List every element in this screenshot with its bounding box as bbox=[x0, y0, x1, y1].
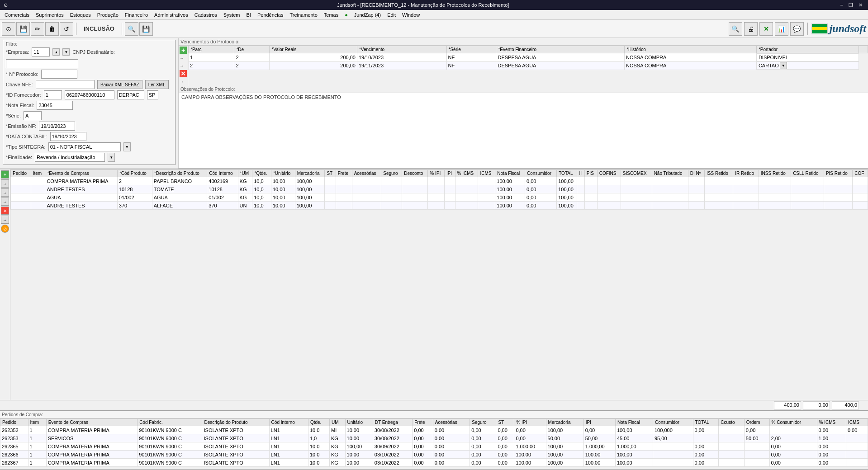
items-col-header: *Descrição do Produto bbox=[152, 170, 207, 177]
baixar-xml-btn[interactable]: Baixar XML SEFAZ bbox=[97, 80, 142, 89]
new-btn[interactable]: ⊙ bbox=[2, 22, 15, 36]
menu-suprimentos[interactable]: Suprimentos bbox=[33, 11, 66, 19]
pedidos-row[interactable]: 2623651COMPRA MATERIA PRIMA90101KWN 9000… bbox=[0, 442, 868, 451]
menu-window[interactable]: Window bbox=[399, 11, 422, 19]
items-col-header: PIS Retido bbox=[824, 170, 852, 177]
menu-estoques[interactable]: Estoques bbox=[67, 11, 94, 19]
venc-header-row: *Parc *De *Valor Reais *Vencimento *Séri… bbox=[189, 46, 868, 53]
pedidos-row[interactable]: 2623531SERVICOS90101KWN 9000 CISOLANTE X… bbox=[0, 434, 868, 442]
empresa-input[interactable] bbox=[32, 47, 50, 56]
items-col-header: INSS Retido bbox=[759, 170, 791, 177]
window-title: Jundsoft - [RECEBIMENTO_12 - Manutenção … bbox=[337, 2, 509, 8]
delete-btn[interactable]: 🗑 bbox=[45, 22, 59, 36]
comm-btn[interactable]: 💬 bbox=[790, 22, 804, 36]
pedidos-col-header: Qtde. bbox=[308, 419, 329, 426]
tipo-sintegra-row: *Tipo SINTEGRA: ▼ bbox=[6, 142, 172, 151]
items-arrow1[interactable]: → bbox=[1, 179, 9, 188]
menu-bi[interactable]: BI bbox=[244, 11, 254, 19]
items-row[interactable]: ANDRE TESTES10128TOMATE10128KG10,010,001… bbox=[11, 185, 868, 193]
menu-comerciais[interactable]: Comerciais bbox=[2, 11, 32, 19]
print-btn[interactable]: 🖨 bbox=[744, 22, 758, 36]
edit-btn[interactable]: ✏ bbox=[31, 22, 44, 36]
items-del-btn[interactable]: ✕ bbox=[1, 207, 9, 215]
tipo-sintegra-dropdown[interactable]: ▼ bbox=[123, 142, 131, 151]
menu-jundzap[interactable]: JundZap (4) bbox=[351, 11, 384, 19]
nota-input[interactable] bbox=[37, 101, 73, 110]
menu-pendencias[interactable]: Pendências bbox=[255, 11, 286, 19]
items-col-header: *Unitário bbox=[271, 170, 295, 177]
menu-temas[interactable]: Temas bbox=[321, 11, 341, 19]
ler-xml-btn[interactable]: Ler XML bbox=[145, 80, 169, 89]
items-row[interactable]: ANDRE TESTES370ALFACE370UN10,010,00100,0… bbox=[11, 202, 868, 210]
items-table-scroll[interactable]: PedidoItem*Evento de Compras*Cód Produto… bbox=[10, 169, 868, 400]
chart-btn[interactable]: 📊 bbox=[775, 22, 788, 36]
items-row[interactable]: COMPRA MATERIA PRIMA2PAPEL BRANCO4002169… bbox=[11, 177, 868, 185]
tipo-sintegra-label: *Tipo SINTEGRA: bbox=[6, 144, 46, 150]
nprotocolo-input[interactable] bbox=[41, 70, 77, 79]
menu-financeiro[interactable]: Financeiro bbox=[122, 11, 151, 19]
items-col-header: PIS bbox=[584, 170, 597, 177]
pedidos-row[interactable]: 2623671COMPRA MATERIA PRIMA90101KWN 9000… bbox=[0, 459, 868, 467]
emissao-input[interactable] bbox=[39, 122, 75, 131]
tipo-sintegra-input[interactable] bbox=[48, 142, 121, 151]
minimize-btn[interactable]: − bbox=[839, 2, 845, 8]
serie-input[interactable] bbox=[24, 111, 42, 120]
venc-col-de: *De bbox=[234, 46, 270, 53]
items-arrow3[interactable]: → bbox=[1, 197, 9, 206]
items-special-btn[interactable]: ⊘ bbox=[1, 225, 9, 233]
empresa-nav-up[interactable]: ▲ bbox=[52, 48, 60, 56]
main-content: Filtro: *Empresa: ▲ ▼ CNPJ Destinatário:… bbox=[0, 38, 868, 469]
window-controls[interactable]: − ❐ ✕ bbox=[839, 2, 864, 8]
menu-administrativos[interactable]: Administrativos bbox=[152, 11, 191, 19]
menu-treinamento[interactable]: Treinamento bbox=[287, 11, 320, 19]
pedidos-col-header: Acessórias bbox=[433, 419, 470, 426]
search-btn[interactable]: 🔍 bbox=[125, 22, 138, 36]
totals-row: 400,00 0,00 400,0 bbox=[0, 400, 868, 410]
pedidos-col-header: Unitário bbox=[345, 419, 373, 426]
nome-fornecedor-input[interactable] bbox=[117, 90, 144, 99]
items-row[interactable]: AGUA01/002AGUA01/002KG10,010,00100,00100… bbox=[11, 193, 868, 202]
pedidos-row[interactable]: 2623661COMPRA MATERIA PRIMA90101KWN 9000… bbox=[0, 451, 868, 459]
venc-del-btn[interactable]: ✕ bbox=[180, 70, 187, 77]
pedidos-table-scroll[interactable]: PedidoItemEvento de ComprasCód Fabric.De… bbox=[0, 418, 868, 469]
items-col-header: Frete bbox=[336, 170, 352, 177]
items-add-btn[interactable]: + bbox=[1, 170, 9, 179]
venc-row[interactable]: 1 2 200,00 19/10/2023 NF DESPESA AGUA NO… bbox=[189, 53, 868, 62]
pedidos-col-header: Nota Fiscal bbox=[615, 419, 653, 426]
pedidos-row[interactable]: 2623521COMPRA MATERIA PRIMA90101KWN 9000… bbox=[0, 426, 868, 434]
close-btn[interactable]: ✕ bbox=[857, 2, 864, 8]
pedidos-col-header: Consumidor bbox=[653, 419, 693, 426]
items-col-header: % IPI bbox=[428, 170, 445, 177]
cnpj-fornecedor-input[interactable] bbox=[65, 90, 114, 99]
excel-btn[interactable]: ✕ bbox=[759, 22, 773, 36]
report-btn[interactable]: 🔍 bbox=[729, 22, 742, 36]
refresh-btn[interactable]: ↺ bbox=[60, 22, 73, 36]
restore-btn[interactable]: ❐ bbox=[847, 2, 855, 8]
items-arrow4[interactable]: → bbox=[1, 216, 9, 224]
save-btn[interactable]: 💾 bbox=[16, 22, 30, 36]
obs-textarea[interactable] bbox=[179, 93, 868, 168]
menu-producao[interactable]: Produção bbox=[95, 11, 121, 19]
cnpj-input[interactable] bbox=[6, 59, 78, 68]
data-contabil-input[interactable] bbox=[50, 132, 86, 141]
pedidos-col-header: UM bbox=[330, 419, 346, 426]
menu-cadastros[interactable]: Cadastros bbox=[192, 11, 220, 19]
finalidade-dropdown[interactable]: ▼ bbox=[108, 153, 115, 162]
venc-row[interactable]: 2 2 200,00 19/11/2023 NF DESPESA AGUA NO… bbox=[189, 61, 868, 70]
nprotocolo-row: * Nº Protocolo: bbox=[6, 70, 172, 79]
pedidos-col-header: Pedido bbox=[0, 419, 28, 426]
items-col-header: Desconto bbox=[402, 170, 428, 177]
floppy-btn[interactable]: 💾 bbox=[139, 22, 153, 36]
menu-edit[interactable]: Edit bbox=[384, 11, 398, 19]
uf-input[interactable] bbox=[147, 90, 158, 99]
obs-title: Observações do Protocolo: bbox=[179, 86, 868, 93]
fornecedor-row: *ID Fornecedor: bbox=[6, 90, 172, 99]
id-fornecedor-input[interactable] bbox=[44, 90, 62, 99]
venc-add-btn[interactable]: + bbox=[180, 47, 187, 54]
finalidade-input[interactable] bbox=[35, 153, 105, 162]
empresa-nav-down[interactable]: ▼ bbox=[62, 48, 70, 56]
menu-system[interactable]: System bbox=[221, 11, 243, 19]
items-arrow2[interactable]: → bbox=[1, 188, 9, 197]
menu-dot[interactable]: ● bbox=[342, 11, 351, 19]
chave-input[interactable] bbox=[36, 80, 95, 89]
